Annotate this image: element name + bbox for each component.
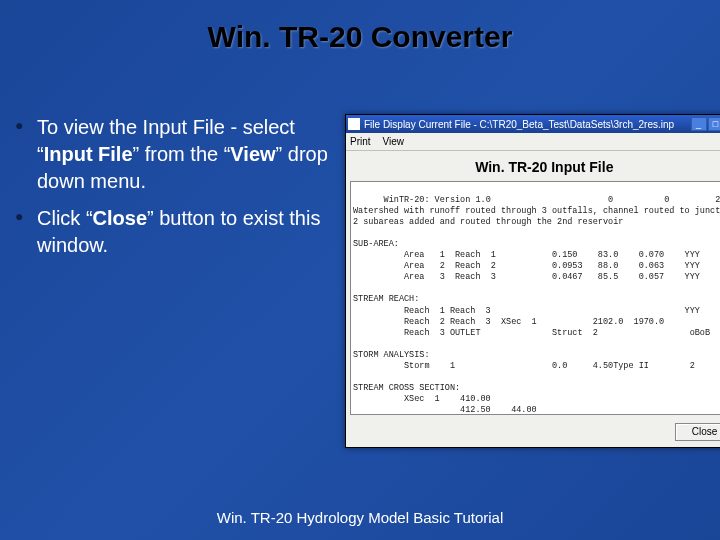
minimize-button[interactable]: _	[691, 117, 707, 131]
maximize-button[interactable]: □	[708, 117, 720, 131]
text-viewer: WinTR-20: Version 1.0 0 0 2 Watershed wi…	[350, 181, 720, 415]
slide-title: Win. TR-20 Converter	[0, 20, 720, 54]
titlebar: File Display Current File - C:\TR20_Beta…	[346, 115, 720, 133]
bullet-text: Close	[93, 207, 147, 229]
bullet-text: Input File	[44, 143, 133, 165]
bullet-list: To view the Input File - select “Input F…	[15, 114, 335, 269]
window-buttons: _ □ ×	[691, 117, 720, 131]
close-button[interactable]: Close	[675, 423, 720, 441]
app-window: File Display Current File - C:\TR20_Beta…	[345, 114, 720, 448]
window-title: File Display Current File - C:\TR20_Beta…	[364, 119, 691, 130]
bullet-text: Click “	[37, 207, 93, 229]
document-title: Win. TR-20 Input File	[346, 151, 720, 181]
text-content: WinTR-20: Version 1.0 0 0 2 Watershed wi…	[353, 195, 720, 415]
bullet-item: Click “Close” button to exist this windo…	[15, 205, 335, 259]
bullet-item: To view the Input File - select “Input F…	[15, 114, 335, 195]
footer-text: Win. TR-20 Hydrology Model Basic Tutoria…	[0, 509, 720, 526]
bullet-text: View	[230, 143, 275, 165]
menu-view[interactable]: View	[383, 136, 405, 147]
content-row: To view the Input File - select “Input F…	[0, 114, 720, 448]
button-row: Close	[346, 419, 720, 447]
menu-print[interactable]: Print	[350, 136, 371, 147]
bullet-text: ” from the “	[133, 143, 231, 165]
app-icon	[348, 118, 360, 130]
menubar: Print View	[346, 133, 720, 151]
